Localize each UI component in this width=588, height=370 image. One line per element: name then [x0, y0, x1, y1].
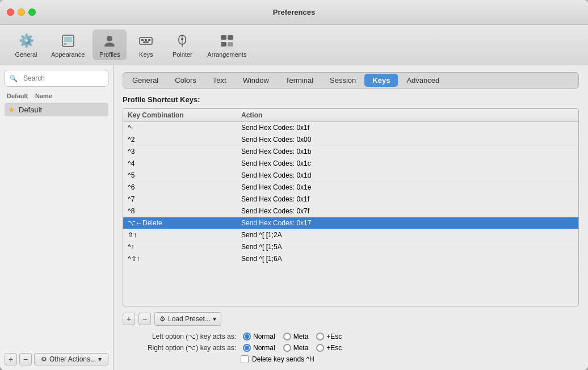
- options-section: Left option (⌥) key acts as: Normal Meta: [123, 333, 579, 363]
- general-icon: ⚙️: [17, 32, 35, 50]
- svg-rect-15: [221, 42, 226, 47]
- table-row[interactable]: ^6Send Hex Codes: 0x1e: [123, 182, 578, 194]
- search-input[interactable]: [20, 73, 103, 84]
- window-controls: [7, 9, 36, 16]
- right-meta-radio[interactable]: Meta: [283, 344, 309, 352]
- tab-colors[interactable]: Colors: [167, 74, 204, 87]
- right-esc-radio[interactable]: +Esc: [316, 344, 342, 352]
- tab-text[interactable]: Text: [205, 74, 234, 87]
- left-meta-label: Meta: [293, 333, 309, 340]
- pointer-icon: [173, 32, 191, 50]
- section-title: Profile Shortcut Keys:: [123, 95, 579, 104]
- table-row[interactable]: ^7Send Hex Codes: 0x1f: [123, 194, 578, 205]
- remove-profile-button[interactable]: −: [19, 353, 32, 365]
- left-normal-label: Normal: [253, 333, 275, 340]
- table-row[interactable]: ^4Send Hex Codes: 0x1c: [123, 158, 578, 170]
- tab-general[interactable]: General: [124, 74, 166, 87]
- remove-key-button[interactable]: −: [138, 313, 151, 325]
- svg-rect-16: [228, 42, 233, 47]
- svg-rect-1: [64, 37, 72, 42]
- svg-rect-8: [143, 41, 149, 43]
- table-actions: + − ⚙ Load Preset... ▾: [123, 312, 579, 326]
- row-action: Send Hex Codes: 0x1f: [241, 124, 574, 132]
- profile-name: Default: [19, 106, 42, 114]
- maximize-button[interactable]: [28, 9, 36, 16]
- add-profile-button[interactable]: +: [5, 353, 17, 365]
- preferences-window: Preferences ⚙️ General Appearance: [0, 0, 588, 370]
- search-box[interactable]: 🔍: [5, 70, 108, 87]
- svg-rect-13: [221, 35, 226, 40]
- table-row[interactable]: ⌥←DeleteSend Hex Codes: 0x17: [123, 217, 578, 229]
- tab-advanced[interactable]: Advanced: [398, 74, 447, 87]
- row-key: ⇧↑: [128, 231, 241, 239]
- row-action: Send Hex Codes: 0x1e: [241, 183, 574, 191]
- window-title: Preferences: [273, 8, 315, 16]
- sidebar-item-default[interactable]: ★ Default: [5, 103, 108, 116]
- delete-key-checkbox-item[interactable]: Delete key sends ^H: [241, 355, 314, 363]
- load-preset-button[interactable]: ⚙ Load Preset... ▾: [154, 312, 221, 326]
- tab-terminal[interactable]: Terminal: [278, 74, 321, 87]
- row-action: Send Hex Codes: 0x00: [241, 136, 574, 144]
- add-key-button[interactable]: +: [123, 313, 135, 325]
- row-key: ^8: [128, 207, 241, 215]
- right-option-radio-group: Normal Meta +Esc: [243, 344, 342, 352]
- minimize-button[interactable]: [18, 9, 25, 16]
- keys-icon: [137, 32, 155, 50]
- table-row[interactable]: ^5Send Hex Codes: 0x1d: [123, 170, 578, 182]
- appearance-icon: [59, 32, 77, 50]
- row-key: ^↑: [128, 243, 241, 251]
- other-actions-button[interactable]: ⚙ Other Actions... ▾: [34, 353, 108, 365]
- row-key: ^-: [128, 124, 241, 132]
- right-meta-label: Meta: [293, 344, 309, 352]
- left-normal-circle: [243, 333, 251, 340]
- left-option-radio-group: Normal Meta +Esc: [243, 333, 342, 340]
- general-label: General: [15, 51, 37, 58]
- tab-window[interactable]: Window: [235, 74, 277, 87]
- toolbar-item-general[interactable]: ⚙️ General: [9, 30, 43, 60]
- keys-label: Keys: [139, 51, 153, 58]
- toolbar-item-profiles[interactable]: Profiles: [93, 30, 127, 60]
- left-option-row: Left option (⌥) key acts as: Normal Meta: [123, 333, 579, 340]
- main-panel: General Colors Text Window Terminal Sess…: [114, 65, 588, 370]
- close-button[interactable]: [7, 9, 14, 16]
- row-action: Send ^[ [1;5A: [241, 243, 574, 251]
- gear-small-icon: ⚙: [159, 315, 166, 323]
- tab-keys[interactable]: Keys: [364, 74, 398, 87]
- left-normal-radio[interactable]: Normal: [243, 333, 275, 340]
- left-option-label: Left option (⌥) key acts as:: [123, 333, 236, 340]
- tab-session[interactable]: Session: [322, 74, 364, 87]
- sidebar: 🔍 Default Name ★ Default + − ⚙: [0, 65, 114, 370]
- other-actions-label: Other Actions...: [49, 355, 96, 363]
- left-meta-radio[interactable]: Meta: [283, 333, 309, 340]
- row-action: Send Hex Codes: 0x1b: [241, 148, 574, 155]
- table-row[interactable]: ^-Send Hex Codes: 0x1f: [123, 122, 578, 134]
- row-key: ^7: [128, 195, 241, 203]
- table-row[interactable]: ^8Send Hex Codes: 0x7f: [123, 205, 578, 217]
- svg-rect-2: [64, 43, 66, 45]
- col-header-key: Key Combination: [128, 111, 241, 119]
- arrangements-icon: [218, 32, 236, 50]
- table-row[interactable]: ^⇧↑Send ^[ [1;6A: [123, 253, 578, 265]
- delete-key-checkbox[interactable]: [241, 355, 249, 363]
- toolbar-item-appearance[interactable]: Appearance: [45, 30, 90, 60]
- delete-key-label: Delete key sends ^H: [252, 355, 314, 363]
- right-normal-radio[interactable]: Normal: [243, 344, 275, 352]
- search-icon: 🔍: [10, 75, 18, 82]
- table-row[interactable]: ⇧↑Send ^[ [1;2A: [123, 229, 578, 241]
- titlebar: Preferences: [0, 0, 588, 25]
- toolbar-item-keys[interactable]: Keys: [129, 30, 163, 60]
- toolbar-item-arrangements[interactable]: Arrangements: [201, 30, 252, 60]
- table-body: ^-Send Hex Codes: 0x1f^2Send Hex Codes: …: [123, 122, 578, 306]
- content-area: 🔍 Default Name ★ Default + − ⚙: [0, 65, 588, 370]
- table-row[interactable]: ^2Send Hex Codes: 0x00: [123, 134, 578, 146]
- row-action: Send ^[ [1;6A: [241, 255, 574, 263]
- delete-key-row: Delete key sends ^H: [123, 355, 579, 363]
- table-row[interactable]: ^3Send Hex Codes: 0x1b: [123, 146, 578, 158]
- left-esc-radio[interactable]: +Esc: [316, 333, 342, 340]
- load-preset-label: Load Preset...: [168, 315, 211, 323]
- table-row[interactable]: ^↑Send ^[ [1;5A: [123, 241, 578, 253]
- right-esc-circle: [316, 344, 324, 352]
- dropdown-icon: ▾: [98, 355, 102, 363]
- tab-bar: General Colors Text Window Terminal Sess…: [123, 72, 579, 89]
- toolbar-item-pointer[interactable]: Pointer: [165, 30, 199, 60]
